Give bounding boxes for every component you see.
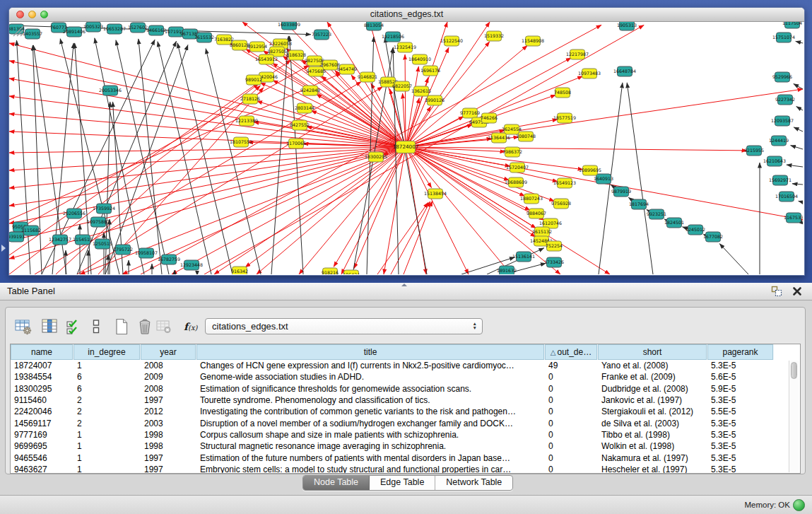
rows-icon[interactable] [89, 317, 103, 336]
table-cell: 2008 [141, 361, 196, 370]
graph-node-label: 1403557 [23, 31, 42, 36]
table-cell: Hescheler et al. (1997) [598, 465, 707, 474]
table-cell: 5.6E-5 [707, 372, 774, 382]
column-header-in_degree[interactable]: in_degree [73, 344, 141, 360]
delete-table-icon[interactable] [136, 317, 154, 336]
graph-node-label: 1905313 [617, 23, 637, 28]
float-window-icon[interactable] [771, 286, 782, 297]
column-header-pagerank[interactable]: pagerank [707, 344, 774, 360]
graph-node-label: 1891632 [497, 268, 517, 273]
graph-node-label: 12093587 [771, 118, 794, 123]
table-cell: 5.3E-5 [707, 395, 774, 405]
table-row[interactable]: 946554611997Estimation of the future num… [11, 452, 800, 463]
graph-node-label: 746266 [481, 115, 498, 120]
graph-node-label: 16120746 [539, 221, 562, 226]
column-header-title[interactable]: title [196, 344, 545, 360]
graph-node-label: 9529966 [772, 74, 792, 79]
table-row[interactable]: 969969511998Structural magnetic resonanc… [11, 440, 800, 452]
table-cell: 19384554 [11, 372, 73, 382]
graph-node-label: 10975887 [87, 219, 110, 224]
graph-node-label: 1733426 [544, 259, 564, 264]
table-cell: 0 [545, 465, 598, 474]
function-builder-icon[interactable]: f (x) [182, 317, 200, 336]
graph-node-label: 18300295 [365, 154, 387, 159]
close-panel-icon[interactable] [792, 286, 802, 296]
column-header-short[interactable]: short [598, 344, 707, 360]
table-row[interactable]: 2242004622012Investigating the contribut… [11, 406, 800, 417]
table-cell: 0 [545, 407, 598, 416]
tab-edge-table[interactable]: Edge Table [370, 476, 435, 490]
citation-edge-red [9, 147, 406, 206]
graph-node-label: 10899695 [579, 168, 601, 173]
table-vertical-scrollbar[interactable] [789, 361, 799, 472]
table-cell: Tibbo et al. (1998) [598, 430, 707, 440]
table-settings-icon[interactable] [14, 317, 33, 336]
graph-node-label: 9923251 [647, 211, 666, 216]
table-cell: Disruption of a novel member of a sodium… [196, 419, 545, 428]
table-cell: 2 [73, 395, 141, 405]
citation-edge-black [290, 36, 303, 274]
graph-node-label: 15138454 [424, 191, 447, 196]
citation-edge-black [796, 41, 803, 43]
citation-edge-red [406, 147, 509, 180]
graph-node-label: 9756928 [551, 201, 571, 206]
table-cell: 1 [73, 361, 141, 370]
splitter-arrow-icon[interactable] [401, 284, 407, 286]
memory-ok-indicator-icon [793, 499, 805, 511]
table-cell: Genome-wide association studies in ADHD. [196, 372, 545, 382]
citation-edge-red [406, 147, 558, 182]
graph-node-label: 752254 [546, 243, 563, 248]
table-selector-combobox[interactable]: citations_edges.txt ▲▼ [205, 318, 483, 334]
table-cell: 18724007 [11, 361, 73, 370]
close-traffic-light[interactable] [16, 11, 24, 18]
table-cell: 18300295 [11, 384, 73, 394]
table-row[interactable]: 977716911998Corpus callosum shape and si… [11, 429, 800, 440]
graph-node-label: 20206556 [63, 211, 86, 216]
table-cell: Structural magnetic resonance image aver… [196, 441, 545, 451]
table-cell: 1 [73, 453, 141, 463]
citation-edge-black [158, 42, 211, 274]
table-row[interactable]: 1456911722003Disruption of a novel membe… [11, 417, 800, 428]
network-window-titlebar[interactable]: citations_edges.txt [9, 8, 804, 22]
resize-grip-icon[interactable] [9, 22, 25, 37]
table-cell: Changes of HCN gene expression and I(f) … [196, 361, 545, 370]
table-row[interactable]: 946362711997Embryonic stem cells: a mode… [11, 464, 800, 474]
minimize-traffic-light[interactable] [28, 11, 36, 18]
graph-node-label: 12342757 [49, 237, 71, 242]
citation-edge-black [787, 165, 803, 167]
column-header-name[interactable]: name [11, 344, 73, 360]
table-cell: 1998 [141, 441, 196, 451]
table-row[interactable]: 1830029562008Estimation of significance … [11, 383, 800, 395]
graph-node-label: 18107552 [230, 139, 252, 144]
tab-node-table[interactable]: Node Table [303, 476, 370, 490]
network-canvas[interactable]: 8813041403557760773208914061005323106532… [9, 22, 803, 274]
graph-node-label: 15751074 [772, 35, 795, 40]
table-row[interactable]: 911546021997Tourette syndrome. Phenomeno… [11, 395, 800, 406]
column-header-out_de[interactable]: △out_de… [545, 344, 598, 360]
collapsed-panel-arrow-icon[interactable] [1, 245, 6, 252]
graph-node-label: 10688609 [505, 180, 527, 185]
table-row[interactable]: 1938455462009Genome-wide association stu… [11, 371, 800, 382]
combobox-spinner-icon: ▲▼ [473, 322, 477, 330]
zoom-traffic-light[interactable] [40, 11, 48, 18]
graph-node-label: 1117504 [782, 22, 802, 25]
table-cell: 14569117 [11, 419, 73, 428]
validate-marks-icon[interactable] [65, 317, 81, 336]
select-column-icon[interactable] [41, 317, 59, 336]
table-cell: 5.3E-5 [707, 453, 774, 463]
table-row[interactable]: 1872400712008Changes of HCN gene express… [11, 360, 800, 371]
new-table-icon[interactable] [112, 317, 131, 336]
network-svg[interactable]: 8813041403557760773208914061005323106532… [9, 22, 803, 274]
delete-column-disabled-icon [155, 317, 173, 336]
column-header-year[interactable]: year [141, 344, 196, 360]
table-cell: 1 [73, 430, 141, 440]
scrollbar-thumb[interactable] [791, 362, 797, 379]
citation-edge-red [9, 114, 406, 147]
graph-node-label: 1167533 [784, 215, 803, 220]
tab-network-table[interactable]: Network Table [435, 476, 512, 490]
table-cell: Tourette syndrome. Phenomenology and cla… [196, 395, 545, 405]
graph-node-label: 8454749 [337, 66, 357, 71]
graph-node-label: 16782759 [158, 257, 180, 262]
table-cell: Wolkin et al. (1998) [598, 441, 707, 451]
table-panel-title: Table Panel [7, 283, 55, 300]
